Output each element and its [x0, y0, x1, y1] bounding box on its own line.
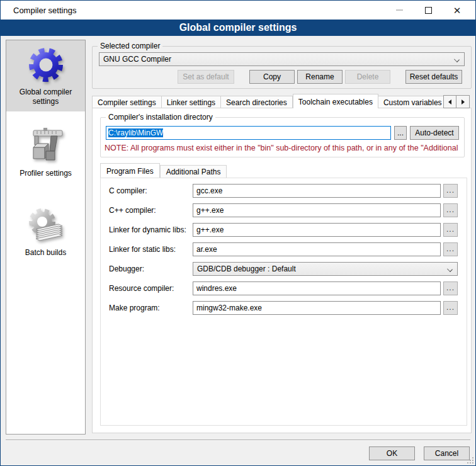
tab-scroll-left-button[interactable] [443, 95, 456, 108]
chevron-down-icon [454, 57, 460, 62]
cancel-button[interactable]: Cancel [424, 446, 470, 460]
sidebar-item-label: Profiler settings [9, 169, 82, 178]
installation-directory-group: Compiler's installation directory C:\ray… [100, 117, 465, 157]
installation-directory-group-label: Compiler's installation directory [106, 113, 215, 122]
ok-button[interactable]: OK [369, 446, 415, 460]
resize-grip[interactable] [467, 457, 473, 463]
static-linker-row: Linker for static libs: ar.exe ... [109, 242, 458, 256]
dynamic-linker-browse-button[interactable]: ... [443, 223, 458, 237]
program-files-page: C compiler: gcc.exe ... C++ compiler: g+… [100, 178, 467, 426]
debugger-select[interactable]: GDB/CDB debugger : Default [193, 262, 458, 276]
resource-compiler-row: Resource compiler: windres.exe ... [109, 281, 458, 295]
settings-sidebar: Global compiler settings Profiler settin… [6, 40, 86, 435]
sidebar-item-label: Global compiler settings [9, 88, 82, 106]
static-linker-input[interactable]: ar.exe [193, 242, 441, 256]
tab-search-directories[interactable]: Search directories [221, 96, 293, 108]
rename-button[interactable]: Rename [297, 70, 343, 84]
toolchain-executables-page: Compiler's installation directory C:\ray… [92, 108, 472, 433]
tab-custom-variables[interactable]: Custom variables [378, 96, 443, 108]
blue-gear-icon [26, 45, 66, 85]
debugger-row: Debugger: GDB/CDB debugger : Default [109, 262, 458, 276]
tab-scroll-buttons [443, 95, 470, 108]
dynamic-linker-row: Linker for dynamic libs: g++.exe ... [109, 223, 458, 237]
sidebar-item-label: Batch builds [9, 248, 82, 258]
close-button[interactable]: ✕ [443, 1, 472, 20]
set-as-default-button[interactable]: Set as default [178, 70, 234, 84]
tab-toolchain-executables[interactable]: Toolchain executables [293, 94, 378, 108]
page-title: Global compiler settings [1, 20, 475, 36]
main-tabs: Compiler settings Linker settings Search… [92, 94, 443, 108]
static-linker-label: Linker for static libs: [109, 242, 193, 256]
compiler-settings-dialog: Compiler settings ✕ Global compiler sett… [0, 0, 476, 466]
close-icon: ✕ [453, 6, 462, 15]
reset-defaults-button[interactable]: Reset defaults [405, 70, 462, 84]
cpp-compiler-row: C++ compiler: g++.exe ... [109, 203, 458, 217]
c-compiler-row: C compiler: gcc.exe ... [109, 184, 458, 198]
copy-button[interactable]: Copy [249, 70, 295, 84]
sidebar-item-global-compiler-settings[interactable]: Global compiler settings [6, 40, 85, 111]
cpp-compiler-input[interactable]: g++.exe [193, 203, 441, 217]
bin-subdirectory-note: NOTE: All programs must exist either in … [105, 144, 462, 152]
compiler-select-value: GNU GCC Compiler [103, 55, 171, 64]
grey-gear-stack-icon [26, 205, 66, 246]
sidebar-item-profiler-settings[interactable]: Profiler settings [6, 122, 85, 183]
cpp-compiler-label: C++ compiler: [109, 203, 193, 217]
resource-compiler-label: Resource compiler: [109, 281, 193, 295]
make-program-label: Make program: [109, 301, 193, 315]
maximize-button[interactable] [414, 1, 443, 20]
tab-scroll-right-button[interactable] [456, 95, 470, 108]
directory-browse-button[interactable]: ... [394, 126, 407, 140]
minimize-button[interactable] [385, 1, 414, 20]
dynamic-linker-label: Linker for dynamic libs: [109, 223, 193, 237]
arrow-right-icon [462, 99, 467, 105]
make-program-browse-button[interactable]: ... [443, 301, 458, 315]
tab-linker-settings[interactable]: Linker settings [162, 96, 221, 108]
installation-directory-selected-text: C:\raylib\MinGW [108, 128, 163, 137]
cpp-compiler-browse-button[interactable]: ... [443, 203, 458, 217]
window-title: Compiler settings [13, 6, 76, 15]
auto-detect-button[interactable]: Auto-detect [410, 126, 459, 140]
caliper-tool-icon [26, 126, 66, 166]
resource-compiler-input[interactable]: windres.exe [193, 281, 441, 295]
debugger-select-value: GDB/CDB debugger : Default [197, 264, 296, 273]
maximize-icon [425, 7, 432, 14]
tab-program-files[interactable]: Program Files [100, 163, 160, 178]
chevron-down-icon [447, 266, 453, 272]
static-linker-browse-button[interactable]: ... [443, 242, 458, 256]
dynamic-linker-input[interactable]: g++.exe [193, 223, 441, 237]
installation-directory-input[interactable]: C:\raylib\MinGW [106, 126, 391, 140]
program-tabs: Program Files Additional Paths [100, 163, 227, 178]
tab-additional-paths[interactable]: Additional Paths [160, 165, 227, 178]
delete-button[interactable]: Delete [345, 70, 390, 84]
title-bar[interactable]: Compiler settings ✕ [1, 1, 475, 20]
arrow-left-icon [446, 99, 451, 105]
debugger-label: Debugger: [109, 262, 193, 276]
resource-compiler-browse-button[interactable]: ... [443, 281, 458, 295]
minimize-icon [396, 9, 403, 11]
make-program-input[interactable]: mingw32-make.exe [193, 301, 441, 315]
make-program-row: Make program: mingw32-make.exe ... [109, 301, 458, 315]
c-compiler-browse-button[interactable]: ... [443, 184, 458, 198]
footer-divider [6, 440, 470, 441]
sidebar-item-batch-builds[interactable]: Batch builds [6, 201, 85, 263]
window-controls: ✕ [385, 1, 472, 20]
c-compiler-label: C compiler: [109, 184, 193, 198]
c-compiler-input[interactable]: gcc.exe [193, 184, 441, 198]
compiler-select[interactable]: GNU GCC Compiler [99, 52, 465, 66]
tab-compiler-settings[interactable]: Compiler settings [92, 96, 162, 108]
selected-compiler-group-label: Selected compiler [98, 42, 162, 50]
selected-compiler-group: Selected compiler GNU GCC Compiler Set a… [92, 46, 472, 89]
